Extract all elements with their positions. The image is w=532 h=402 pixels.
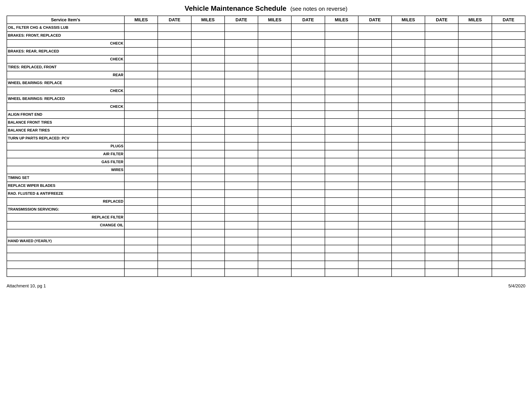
data-cell[interactable] (425, 24, 458, 32)
data-cell[interactable] (492, 142, 525, 150)
data-cell[interactable] (258, 119, 291, 126)
data-cell[interactable] (325, 150, 358, 158)
data-cell[interactable] (492, 214, 525, 221)
data-cell[interactable] (291, 182, 325, 190)
data-cell[interactable] (358, 174, 392, 182)
data-cell[interactable] (291, 229, 325, 237)
data-cell[interactable] (258, 245, 291, 253)
data-cell[interactable] (191, 79, 225, 87)
data-cell[interactable] (291, 24, 325, 32)
data-cell[interactable] (358, 269, 392, 277)
data-cell[interactable] (392, 32, 425, 39)
data-cell[interactable] (158, 166, 191, 174)
data-cell[interactable] (258, 24, 291, 32)
data-cell[interactable] (225, 245, 258, 253)
data-cell[interactable] (225, 126, 258, 134)
data-cell[interactable] (124, 253, 158, 261)
data-cell[interactable] (392, 190, 425, 198)
data-cell[interactable] (425, 182, 458, 190)
data-cell[interactable] (258, 103, 291, 111)
data-cell[interactable] (258, 214, 291, 221)
data-cell[interactable] (158, 87, 191, 95)
data-cell[interactable] (191, 166, 225, 174)
data-cell[interactable] (258, 126, 291, 134)
data-cell[interactable] (258, 237, 291, 245)
data-cell[interactable] (258, 111, 291, 119)
data-cell[interactable] (425, 229, 458, 237)
data-cell[interactable] (258, 71, 291, 79)
data-cell[interactable] (325, 245, 358, 253)
data-cell[interactable] (392, 198, 425, 206)
data-cell[interactable] (325, 174, 358, 182)
data-cell[interactable] (492, 166, 525, 174)
data-cell[interactable] (158, 269, 191, 277)
data-cell[interactable] (358, 111, 392, 119)
data-cell[interactable] (425, 253, 458, 261)
data-cell[interactable] (158, 134, 191, 142)
data-cell[interactable] (325, 198, 358, 206)
data-cell[interactable] (492, 253, 525, 261)
data-cell[interactable] (158, 245, 191, 253)
data-cell[interactable] (425, 39, 458, 47)
data-cell[interactable] (291, 142, 325, 150)
data-cell[interactable] (325, 71, 358, 79)
data-cell[interactable] (124, 237, 158, 245)
data-cell[interactable] (325, 103, 358, 111)
data-cell[interactable] (225, 182, 258, 190)
data-cell[interactable] (358, 142, 392, 150)
data-cell[interactable] (258, 229, 291, 237)
data-cell[interactable] (325, 182, 358, 190)
data-cell[interactable] (392, 126, 425, 134)
data-cell[interactable] (492, 182, 525, 190)
data-cell[interactable] (425, 111, 458, 119)
data-cell[interactable] (124, 71, 158, 79)
data-cell[interactable] (325, 158, 358, 166)
data-cell[interactable] (291, 198, 325, 206)
data-cell[interactable] (225, 39, 258, 47)
data-cell[interactable] (258, 158, 291, 166)
data-cell[interactable] (425, 190, 458, 198)
data-cell[interactable] (492, 245, 525, 253)
data-cell[interactable] (191, 198, 225, 206)
data-cell[interactable] (425, 63, 458, 71)
data-cell[interactable] (191, 126, 225, 134)
data-cell[interactable] (291, 214, 325, 221)
data-cell[interactable] (458, 142, 492, 150)
data-cell[interactable] (225, 47, 258, 55)
data-cell[interactable] (124, 111, 158, 119)
data-cell[interactable] (492, 261, 525, 269)
data-cell[interactable] (158, 190, 191, 198)
data-cell[interactable] (258, 206, 291, 214)
data-cell[interactable] (291, 166, 325, 174)
data-cell[interactable] (258, 63, 291, 71)
data-cell[interactable] (425, 245, 458, 253)
data-cell[interactable] (358, 71, 392, 79)
data-cell[interactable] (225, 119, 258, 126)
data-cell[interactable] (458, 229, 492, 237)
data-cell[interactable] (191, 190, 225, 198)
data-cell[interactable] (191, 95, 225, 103)
data-cell[interactable] (325, 63, 358, 71)
data-cell[interactable] (392, 206, 425, 214)
data-cell[interactable] (291, 47, 325, 55)
data-cell[interactable] (191, 119, 225, 126)
data-cell[interactable] (425, 134, 458, 142)
data-cell[interactable] (291, 103, 325, 111)
data-cell[interactable] (425, 237, 458, 245)
data-cell[interactable] (358, 253, 392, 261)
data-cell[interactable] (358, 150, 392, 158)
data-cell[interactable] (492, 198, 525, 206)
data-cell[interactable] (425, 166, 458, 174)
data-cell[interactable] (158, 150, 191, 158)
data-cell[interactable] (325, 79, 358, 87)
data-cell[interactable] (191, 158, 225, 166)
data-cell[interactable] (225, 79, 258, 87)
data-cell[interactable] (258, 87, 291, 95)
data-cell[interactable] (392, 87, 425, 95)
data-cell[interactable] (158, 55, 191, 63)
data-cell[interactable] (258, 95, 291, 103)
data-cell[interactable] (291, 134, 325, 142)
data-cell[interactable] (492, 126, 525, 134)
data-cell[interactable] (291, 253, 325, 261)
data-cell[interactable] (225, 214, 258, 221)
